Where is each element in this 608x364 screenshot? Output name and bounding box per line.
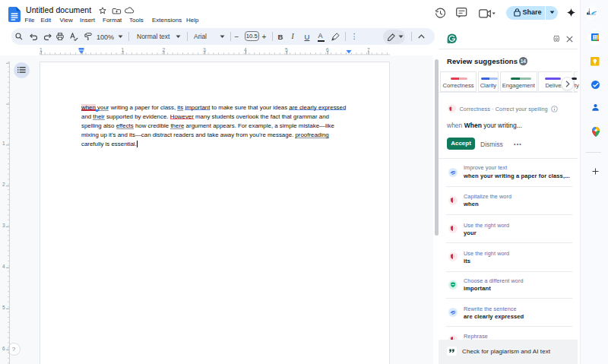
svg-text:31: 31 [593,36,597,40]
